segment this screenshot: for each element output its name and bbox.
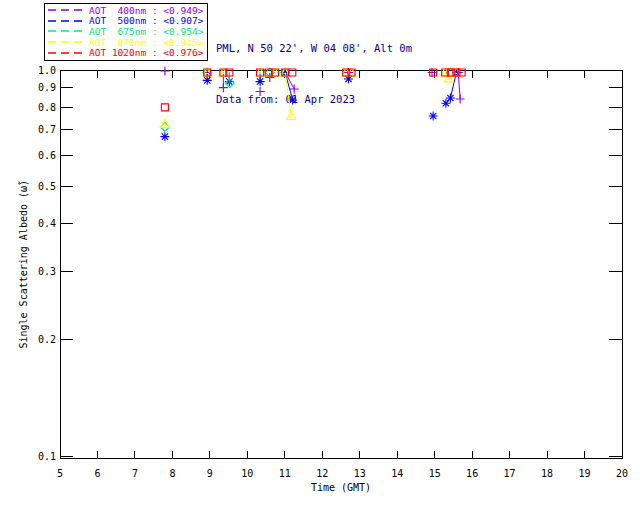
data-point-asterisk xyxy=(256,77,265,86)
y-tick-label: 0.4 xyxy=(38,218,56,229)
x-tick-label: 7 xyxy=(132,468,138,479)
x-tick-label: 20 xyxy=(616,468,628,479)
y-tick-label: 0.9 xyxy=(38,82,56,93)
plot-frame xyxy=(60,71,622,459)
data-point-asterisk xyxy=(446,94,455,103)
y-tick-label: 0.7 xyxy=(38,124,56,135)
y-tick-label: 0.5 xyxy=(38,181,56,192)
ssa-plot-screen: AOT 400nm : <0.949>AOT 500nm : <0.907>AO… xyxy=(0,0,640,512)
x-axis-label: Time (GMT) xyxy=(311,482,371,493)
x-tick-label: 17 xyxy=(504,468,516,479)
x-tick-label: 12 xyxy=(316,468,328,479)
x-tick-label: 6 xyxy=(94,468,100,479)
ssa-chart: 5678910111213141516171819201.00.90.80.70… xyxy=(0,0,640,512)
data-point-plus xyxy=(456,95,465,104)
x-tick-label: 19 xyxy=(579,468,591,479)
x-tick-label: 16 xyxy=(466,468,478,479)
y-tick-label: 0.3 xyxy=(38,266,56,277)
data-point-plus xyxy=(160,67,169,76)
x-tick-label: 14 xyxy=(391,468,403,479)
y-axis-label: Single Scattering Albedo (ω̃) xyxy=(18,180,29,349)
data-point-plus xyxy=(256,87,265,96)
y-tick-label: 1.0 xyxy=(38,65,56,76)
y-tick-label: 0.2 xyxy=(38,334,56,345)
x-tick-label: 13 xyxy=(354,468,366,479)
data-point-square xyxy=(161,104,168,111)
data-point-asterisk xyxy=(160,132,169,141)
x-tick-label: 11 xyxy=(279,468,291,479)
x-tick-label: 9 xyxy=(207,468,213,479)
x-tick-label: 8 xyxy=(169,468,175,479)
y-tick-label: 0.6 xyxy=(38,150,56,161)
data-point-asterisk xyxy=(429,112,438,121)
x-tick-label: 10 xyxy=(241,468,253,479)
x-tick-label: 18 xyxy=(541,468,553,479)
x-tick-label: 5 xyxy=(57,468,63,479)
y-tick-label: 0.8 xyxy=(38,102,56,113)
x-tick-label: 15 xyxy=(429,468,441,479)
y-tick-label: 0.1 xyxy=(38,451,56,462)
